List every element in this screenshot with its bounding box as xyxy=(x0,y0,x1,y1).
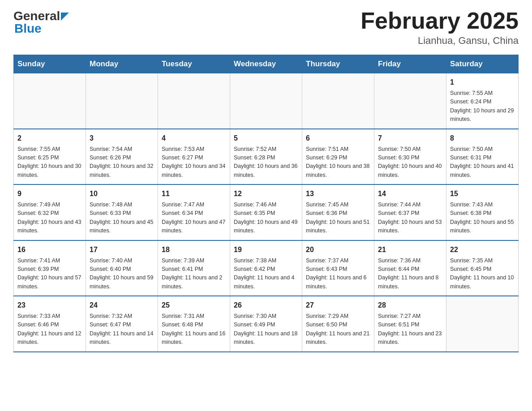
title-block: February 2025 Lianhua, Gansu, China xyxy=(360,9,519,47)
day-info: Sunrise: 7:43 AM Sunset: 6:38 PM Dayligh… xyxy=(450,201,515,235)
day-info: Sunrise: 7:38 AM Sunset: 6:42 PM Dayligh… xyxy=(234,257,298,291)
calendar-header-row: SundayMondayTuesdayWednesdayThursdayFrid… xyxy=(14,55,519,73)
logo-arrow-icon xyxy=(61,13,69,21)
day-number: 11 xyxy=(162,188,226,199)
calendar-day-cell xyxy=(302,73,374,129)
day-info: Sunrise: 7:47 AM Sunset: 6:34 PM Dayligh… xyxy=(162,201,226,235)
calendar-day-cell xyxy=(86,73,158,129)
day-info: Sunrise: 7:50 AM Sunset: 6:31 PM Dayligh… xyxy=(450,145,515,180)
day-info: Sunrise: 7:39 AM Sunset: 6:41 PM Dayligh… xyxy=(162,257,226,291)
calendar-day-cell: 4Sunrise: 7:53 AM Sunset: 6:27 PM Daylig… xyxy=(158,129,230,185)
location: Lianhua, Gansu, China xyxy=(360,35,519,47)
calendar-week-row: 2Sunrise: 7:55 AM Sunset: 6:25 PM Daylig… xyxy=(14,129,519,185)
calendar-day-cell: 7Sunrise: 7:50 AM Sunset: 6:30 PM Daylig… xyxy=(374,129,446,185)
day-number: 2 xyxy=(17,133,82,144)
calendar-day-cell: 22Sunrise: 7:35 AM Sunset: 6:45 PM Dayli… xyxy=(446,240,519,296)
day-info: Sunrise: 7:49 AM Sunset: 6:32 PM Dayligh… xyxy=(17,201,82,235)
calendar-day-cell: 26Sunrise: 7:30 AM Sunset: 6:49 PM Dayli… xyxy=(230,296,302,352)
day-number: 26 xyxy=(234,300,298,311)
day-info: Sunrise: 7:46 AM Sunset: 6:35 PM Dayligh… xyxy=(234,201,298,235)
day-number: 12 xyxy=(234,188,298,199)
calendar-day-cell: 13Sunrise: 7:45 AM Sunset: 6:36 PM Dayli… xyxy=(302,184,374,240)
calendar-day-cell: 27Sunrise: 7:29 AM Sunset: 6:50 PM Dayli… xyxy=(302,296,374,352)
day-number: 19 xyxy=(234,244,298,255)
calendar-day-header: Tuesday xyxy=(158,55,230,73)
calendar-day-cell xyxy=(230,73,302,129)
calendar-week-row: 23Sunrise: 7:33 AM Sunset: 6:46 PM Dayli… xyxy=(14,296,519,352)
calendar-day-cell: 17Sunrise: 7:40 AM Sunset: 6:40 PM Dayli… xyxy=(86,240,158,296)
calendar-week-row: 16Sunrise: 7:41 AM Sunset: 6:39 PM Dayli… xyxy=(14,240,519,296)
day-info: Sunrise: 7:50 AM Sunset: 6:30 PM Dayligh… xyxy=(378,145,442,180)
day-info: Sunrise: 7:31 AM Sunset: 6:48 PM Dayligh… xyxy=(162,312,226,347)
day-number: 6 xyxy=(306,133,370,144)
calendar-day-header: Thursday xyxy=(302,55,374,73)
calendar-day-cell: 1Sunrise: 7:55 AM Sunset: 6:24 PM Daylig… xyxy=(446,73,519,129)
logo-blue-text: Blue xyxy=(14,21,69,36)
calendar-day-cell: 20Sunrise: 7:37 AM Sunset: 6:43 PM Dayli… xyxy=(302,240,374,296)
calendar-day-cell: 28Sunrise: 7:27 AM Sunset: 6:51 PM Dayli… xyxy=(374,296,446,352)
day-info: Sunrise: 7:48 AM Sunset: 6:33 PM Dayligh… xyxy=(90,201,154,235)
day-info: Sunrise: 7:55 AM Sunset: 6:25 PM Dayligh… xyxy=(17,145,82,180)
day-info: Sunrise: 7:37 AM Sunset: 6:43 PM Dayligh… xyxy=(306,257,370,291)
day-number: 25 xyxy=(162,300,226,311)
day-number: 16 xyxy=(17,244,82,255)
day-number: 28 xyxy=(378,300,442,311)
day-number: 15 xyxy=(450,188,515,199)
calendar-day-cell: 10Sunrise: 7:48 AM Sunset: 6:33 PM Dayli… xyxy=(86,184,158,240)
calendar-day-header: Monday xyxy=(86,55,158,73)
day-info: Sunrise: 7:41 AM Sunset: 6:39 PM Dayligh… xyxy=(17,257,82,291)
calendar-day-cell: 5Sunrise: 7:52 AM Sunset: 6:28 PM Daylig… xyxy=(230,129,302,185)
calendar-day-cell xyxy=(374,73,446,129)
day-number: 20 xyxy=(306,244,370,255)
day-number: 10 xyxy=(90,188,154,199)
calendar-week-row: 9Sunrise: 7:49 AM Sunset: 6:32 PM Daylig… xyxy=(14,184,519,240)
day-number: 1 xyxy=(450,77,515,88)
calendar-day-cell: 24Sunrise: 7:32 AM Sunset: 6:47 PM Dayli… xyxy=(86,296,158,352)
day-number: 17 xyxy=(90,244,154,255)
calendar-table: SundayMondayTuesdayWednesdayThursdayFrid… xyxy=(13,55,519,352)
day-info: Sunrise: 7:33 AM Sunset: 6:46 PM Dayligh… xyxy=(17,312,82,347)
calendar-day-cell: 11Sunrise: 7:47 AM Sunset: 6:34 PM Dayli… xyxy=(158,184,230,240)
month-title: February 2025 xyxy=(360,9,519,32)
calendar-day-cell: 14Sunrise: 7:44 AM Sunset: 6:37 PM Dayli… xyxy=(374,184,446,240)
day-number: 4 xyxy=(162,133,226,144)
day-number: 21 xyxy=(378,244,442,255)
calendar-day-cell: 16Sunrise: 7:41 AM Sunset: 6:39 PM Dayli… xyxy=(14,240,86,296)
day-info: Sunrise: 7:32 AM Sunset: 6:47 PM Dayligh… xyxy=(90,312,154,347)
logo: General Blue xyxy=(13,9,69,36)
calendar-day-header: Saturday xyxy=(446,55,519,73)
day-info: Sunrise: 7:55 AM Sunset: 6:24 PM Dayligh… xyxy=(450,89,515,124)
day-info: Sunrise: 7:29 AM Sunset: 6:50 PM Dayligh… xyxy=(306,312,370,347)
svg-marker-0 xyxy=(61,13,69,21)
day-number: 14 xyxy=(378,188,442,199)
day-number: 18 xyxy=(162,244,226,255)
day-info: Sunrise: 7:54 AM Sunset: 6:26 PM Dayligh… xyxy=(90,145,154,180)
day-number: 23 xyxy=(17,300,82,311)
calendar-day-cell: 21Sunrise: 7:36 AM Sunset: 6:44 PM Dayli… xyxy=(374,240,446,296)
calendar-day-cell: 6Sunrise: 7:51 AM Sunset: 6:29 PM Daylig… xyxy=(302,129,374,185)
calendar-day-cell: 3Sunrise: 7:54 AM Sunset: 6:26 PM Daylig… xyxy=(86,129,158,185)
calendar-day-cell: 9Sunrise: 7:49 AM Sunset: 6:32 PM Daylig… xyxy=(14,184,86,240)
calendar-day-cell: 12Sunrise: 7:46 AM Sunset: 6:35 PM Dayli… xyxy=(230,184,302,240)
calendar-day-cell xyxy=(158,73,230,129)
day-number: 13 xyxy=(306,188,370,199)
day-number: 9 xyxy=(17,188,82,199)
calendar-day-cell xyxy=(14,73,86,129)
calendar-day-header: Friday xyxy=(374,55,446,73)
calendar-day-cell: 19Sunrise: 7:38 AM Sunset: 6:42 PM Dayli… xyxy=(230,240,302,296)
calendar-day-header: Wednesday xyxy=(230,55,302,73)
day-info: Sunrise: 7:27 AM Sunset: 6:51 PM Dayligh… xyxy=(378,312,442,347)
page-header: General Blue February 2025 Lianhua, Gans… xyxy=(13,9,519,47)
day-number: 5 xyxy=(234,133,298,144)
day-number: 3 xyxy=(90,133,154,144)
day-info: Sunrise: 7:36 AM Sunset: 6:44 PM Dayligh… xyxy=(378,257,442,291)
day-info: Sunrise: 7:40 AM Sunset: 6:40 PM Dayligh… xyxy=(90,257,154,291)
day-number: 27 xyxy=(306,300,370,311)
day-info: Sunrise: 7:30 AM Sunset: 6:49 PM Dayligh… xyxy=(234,312,298,347)
day-info: Sunrise: 7:35 AM Sunset: 6:45 PM Dayligh… xyxy=(450,257,515,291)
day-number: 24 xyxy=(90,300,154,311)
day-info: Sunrise: 7:45 AM Sunset: 6:36 PM Dayligh… xyxy=(306,201,370,235)
day-info: Sunrise: 7:51 AM Sunset: 6:29 PM Dayligh… xyxy=(306,145,370,180)
calendar-day-cell: 25Sunrise: 7:31 AM Sunset: 6:48 PM Dayli… xyxy=(158,296,230,352)
calendar-day-cell: 23Sunrise: 7:33 AM Sunset: 6:46 PM Dayli… xyxy=(14,296,86,352)
